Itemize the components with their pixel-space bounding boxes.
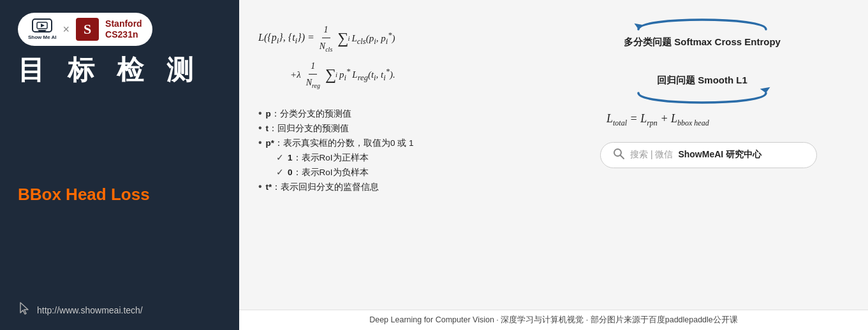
search-bar[interactable]: 搜索 | 微信 ShowMeAI 研究中心 <box>600 142 817 168</box>
bullet-t: • t：回归分支的预测值 <box>258 123 587 134</box>
bullet-0-neg: ✓ 0：表示RoI为负样本 <box>258 167 587 178</box>
bullet-dot-2: • <box>258 122 262 134</box>
formula-sub-i-2: i <box>335 69 337 82</box>
arrows-container: 多分类问题 Softmax Cross Entropy 回归问题 Smooth … <box>600 10 804 106</box>
showmeai-logo: Show Me AI <box>28 18 57 40</box>
logo-icon-box <box>32 18 52 32</box>
formula-fraction-2: 1 Nreg <box>304 58 322 92</box>
x-separator: × <box>63 23 70 36</box>
formula-area: L({pi}, {ti}) = 1 Ncls ∑ i Lcls(pi, pi*)… <box>258 11 587 310</box>
formula-pi-star: pi* <box>339 64 350 85</box>
cursor-icon <box>18 301 32 319</box>
logo-area: Show Me AI × S Stanford CS231n <box>18 13 152 46</box>
formula-text-1: L({pi}, {ti}) = <box>258 29 314 48</box>
stanford-s-icon: S <box>76 18 99 41</box>
bullet-pstar: • p*：表示真实框的分数，取值为0 或 1 <box>258 138 587 149</box>
search-text: ShowMeAI 研究中心 <box>678 149 761 161</box>
formula-block: L({pi}, {ti}) = 1 Ncls ∑ i Lcls(pi, pi*)… <box>258 19 587 94</box>
bullet-text-3: p*：表示真实框的分数，取值为0 或 1 <box>266 138 414 149</box>
cs231n-text: CS231n <box>105 29 138 40</box>
section-title: BBox Head Loss <box>18 185 221 204</box>
formula-sum-1: ∑ <box>337 25 348 52</box>
main-title: 目 标 检 测 <box>18 52 221 88</box>
svg-text:多分类问题  Softmax Cross Entropy: 多分类问题 Softmax Cross Entropy <box>624 36 781 47</box>
website-link[interactable]: http://www.showmeai.tech/ <box>37 305 143 315</box>
bullet-dot-1: • <box>258 108 262 119</box>
bullet-dot-4: • <box>258 181 262 192</box>
left-panel: Show Me AI × S Stanford CS231n 目 标 检 测 B… <box>0 0 239 330</box>
search-brand: ShowMeAI 研究中心 <box>678 149 761 159</box>
website-row: http://www.showmeai.tech/ <box>18 301 221 319</box>
bullet-tstar: • t*：表示回归分支的监督信息 <box>258 182 587 193</box>
bullet-text-4: 1：表示RoI为正样本 <box>288 152 369 164</box>
bullet-text-2: t：回归分支的预测值 <box>266 123 349 134</box>
formula-plus-lambda: +λ <box>290 66 301 83</box>
bullet-p: • p：分类分支的预测值 <box>258 108 587 120</box>
labels-area: 多分类问题 Softmax Cross Entropy 回归问题 Smooth … <box>600 11 823 310</box>
formula-row-1: L({pi}, {ti}) = 1 Ncls ∑ i Lcls(pi, pi*) <box>258 22 587 55</box>
formula-sum-2: ∑ <box>325 61 336 89</box>
bullet-text-6: t*：表示回归分支的监督信息 <box>266 182 379 193</box>
stanford-name: Stanford <box>105 18 142 29</box>
check-icon-2: ✓ <box>276 167 284 177</box>
svg-line-8 <box>621 155 624 159</box>
search-separator: 搜索 | 微信 <box>630 149 673 161</box>
bullet-dot-3: • <box>258 137 262 148</box>
watermark: ShowMeAI <box>841 0 868 293</box>
check-icon-1: ✓ <box>276 152 284 162</box>
formula-sub-i-1: i <box>348 32 349 45</box>
formula-row-2: +λ 1 Nreg ∑ i pi* Lreg(ti, ti*). <box>258 58 587 92</box>
footer-text: Deep Learning for Computer Vision · 深度学习… <box>369 315 738 324</box>
stanford-logo: S <box>76 18 99 41</box>
bullet-list: • p：分类分支的预测值 • t：回归分支的预测值 • p*：表示真实框的分数，… <box>258 108 587 196</box>
right-panel: ShowMeAI L({pi}, {ti}) = <box>239 0 868 330</box>
footer: Deep Learning for Computer Vision · 深度学习… <box>239 310 868 330</box>
svg-text:回归问题  Smooth L1: 回归问题 Smooth L1 <box>657 75 747 85</box>
stanford-text: Stanford CS231n <box>105 18 142 40</box>
formula-lcls: Lcls(pi, pi*) <box>351 28 395 49</box>
svg-marker-1 <box>41 24 45 27</box>
right-content: L({pi}, {ti}) = 1 Ncls ∑ i Lcls(pi, pi*)… <box>239 0 868 310</box>
total-loss: Ltotal = Lrpn + Lbbox head <box>607 112 709 128</box>
formula-lreg: Lreg(ti, ti*). <box>352 64 395 85</box>
bullet-1-pos: ✓ 1：表示RoI为正样本 <box>258 152 587 164</box>
showmeai-label: Show Me AI <box>28 34 57 40</box>
formula-fraction-1: 1 Ncls <box>318 22 334 55</box>
search-icon <box>612 147 625 163</box>
bullet-text-1: p：分类分支的预测值 <box>266 108 351 120</box>
bullet-text-5: 0：表示RoI为负样本 <box>288 167 369 178</box>
